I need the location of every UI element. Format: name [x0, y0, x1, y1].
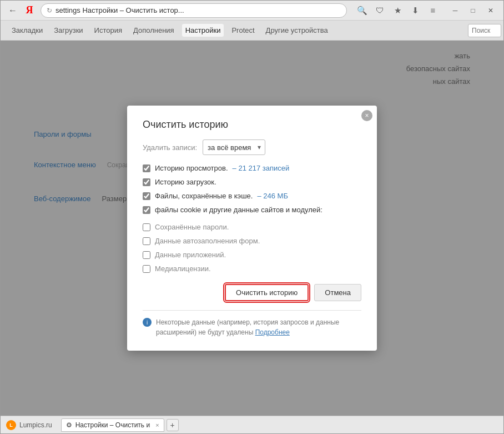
minimize-button[interactable]: ─: [447, 4, 463, 17]
bookmark-icon[interactable]: ★: [390, 3, 405, 18]
dialog-close-button[interactable]: ×: [361, 110, 372, 121]
info-icon: i: [143, 318, 152, 327]
checkbox-cookies-label: файлы cookie и другие данные сайтов и мо…: [155, 206, 322, 214]
page-search-input[interactable]: [468, 24, 501, 37]
delete-period-row: Удалить записи: за всё время за час за д…: [143, 139, 361, 155]
lumpics-label: Lumpics.ru: [19, 421, 52, 429]
tab-other-devices[interactable]: Другие устройства: [263, 24, 331, 37]
checkbox-apps: Данные приложений.: [143, 251, 361, 259]
main-content: жать безопасных сайтах ных сайтах Пароли…: [1, 41, 503, 416]
checkbox-cookies: файлы cookie и другие данные сайтов и мо…: [143, 206, 361, 214]
refresh-icon: ↻: [47, 7, 52, 14]
nav-tabs: Закладки Загрузки История Дополнения Нас…: [3, 24, 467, 37]
checkbox-media-label: Медиалицензии.: [155, 265, 211, 273]
period-select[interactable]: за всё время за час за день за неделю за…: [203, 139, 265, 155]
checkbox-autofill-label: Данные автозаполнения форм.: [155, 237, 260, 245]
tab-favicon: ⚙: [66, 421, 72, 429]
checkboxes-container: Историю просмотров. – 21 217 записей Ист…: [143, 164, 361, 273]
info-link[interactable]: Подробнее: [255, 328, 290, 336]
tab-history[interactable]: История: [91, 24, 125, 37]
dialog-buttons: Очистить историю Отмена: [143, 284, 361, 301]
period-select-wrapper: за всё время за час за день за неделю за…: [203, 139, 265, 155]
info-text-content: Некоторые данные (например, история запр…: [156, 318, 339, 336]
settings-tab-item[interactable]: ⚙ Настройки – Очистить и ×: [61, 418, 164, 432]
address-text: settings Настройки – Очистить истор...: [56, 6, 341, 14]
checkbox-passwords-input[interactable]: [143, 223, 150, 231]
checkbox-downloads-label: Историю загрузок.: [155, 178, 216, 186]
protect-icon[interactable]: 🛡: [372, 3, 387, 18]
checkbox-cache: Файлы, сохранённые в кэше. – 246 МБ: [143, 192, 361, 200]
checkbox-browsing: Историю просмотров. – 21 217 записей: [143, 164, 361, 172]
checkbox-media: Медиалицензии.: [143, 265, 361, 273]
checkbox-downloads-input[interactable]: [143, 178, 150, 186]
checkbox-cache-label: Файлы, сохранённые в кэше.: [155, 192, 253, 200]
add-tab-button[interactable]: +: [167, 419, 179, 431]
info-footer: i Некоторые данные (например, история за…: [143, 310, 361, 337]
nav-controls: ← Я: [5, 3, 36, 18]
checkbox-browsing-count: – 21 217 записей: [233, 164, 290, 172]
close-button[interactable]: ✕: [482, 4, 499, 17]
taskbar-left: L Lumpics.ru: [6, 420, 52, 430]
checkbox-apps-label: Данные приложений.: [155, 251, 226, 259]
back-button[interactable]: ←: [5, 3, 21, 18]
tab-close-btn[interactable]: ×: [155, 422, 159, 428]
open-tab: ⚙ Настройки – Очистить и × +: [61, 418, 179, 432]
tab-title: Настройки – Очистить и: [75, 421, 150, 429]
info-text: Некоторые данные (например, история запр…: [156, 317, 361, 337]
window-controls: ─ □ ✕: [447, 4, 499, 17]
checkbox-downloads: Историю загрузок.: [143, 178, 361, 186]
search-icon[interactable]: 🔍: [355, 3, 369, 18]
address-bar[interactable]: ↻ settings Настройки – Очистить истор...: [41, 3, 347, 18]
checkbox-browsing-input[interactable]: [143, 164, 150, 172]
checkbox-cache-size: – 246 МБ: [257, 192, 288, 200]
checkbox-cache-input[interactable]: [143, 192, 150, 200]
checkbox-autofill: Данные автозаполнения форм.: [143, 237, 361, 245]
download-icon[interactable]: ⬇: [408, 3, 422, 18]
lumpics-favicon: L: [6, 420, 16, 430]
checkbox-cookies-input[interactable]: [143, 206, 150, 214]
tab-protect[interactable]: Protect: [228, 24, 258, 37]
clear-history-dialog: × Очистить историю Удалить записи: за вс…: [127, 106, 377, 351]
tab-downloads[interactable]: Загрузки: [51, 24, 86, 37]
title-bar: ← Я ↻ settings Настройки – Очистить исто…: [1, 1, 503, 21]
yandex-logo: Я: [23, 4, 36, 17]
tab-bookmarks[interactable]: Закладки: [8, 24, 46, 37]
maximize-button[interactable]: □: [465, 4, 481, 17]
delete-label: Удалить записи:: [143, 143, 197, 152]
cancel-button[interactable]: Отмена: [314, 284, 361, 301]
checkbox-apps-input[interactable]: [143, 251, 150, 259]
browser-window: ← Я ↻ settings Настройки – Очистить исто…: [0, 0, 504, 434]
checkbox-media-input[interactable]: [143, 265, 150, 273]
dialog-title: Очистить историю: [143, 119, 361, 131]
checkbox-browsing-label: Историю просмотров.: [155, 164, 228, 172]
modal-overlay: × Очистить историю Удалить записи: за вс…: [1, 41, 503, 416]
tab-settings[interactable]: Настройки: [182, 24, 224, 37]
checkbox-autofill-input[interactable]: [143, 237, 150, 245]
toolbar-icons: 🔍 🛡 ★ ⬇ ≡: [355, 3, 440, 18]
tab-addons[interactable]: Дополнения: [130, 24, 178, 37]
taskbar: L Lumpics.ru ⚙ Настройки – Очистить и × …: [1, 416, 503, 433]
menu-icon[interactable]: ≡: [426, 3, 440, 18]
checkbox-passwords-label: Сохранённые пароли.: [155, 223, 229, 231]
clear-history-button[interactable]: Очистить историю: [225, 284, 309, 301]
nav-tab-bar: Закладки Загрузки История Дополнения Нас…: [1, 21, 503, 41]
checkbox-passwords: Сохранённые пароли.: [143, 223, 361, 231]
